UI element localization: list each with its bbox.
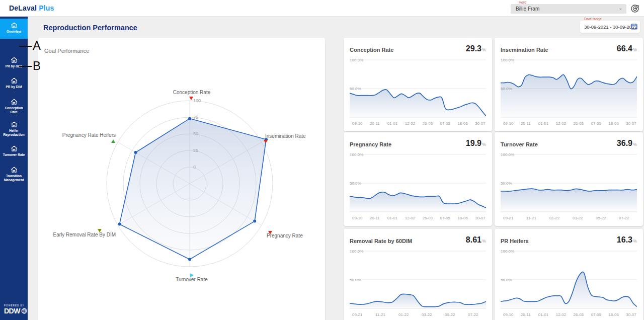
card-title: Turnover Rate	[501, 141, 538, 147]
svg-text:100.0%: 100.0%	[501, 249, 514, 254]
globe-icon	[21, 308, 27, 314]
sidebar-item-label: Transition Management	[0, 174, 28, 183]
delaval-plus-logo: DeLaval Plus	[9, 4, 54, 12]
svg-text:01-01: 01-01	[538, 121, 549, 126]
svg-text:09-10: 09-10	[352, 121, 363, 126]
svg-text:Turnover Rate: Turnover Rate	[176, 277, 208, 282]
herd-select[interactable]: Billie Fram ⌄	[511, 4, 626, 14]
top-bar: DeLaval Plus Herd Billie Fram ⌄	[0, 0, 644, 17]
sidebar-item-turnover-rate[interactable]: Turnover Rate	[0, 145, 28, 157]
annotation-b-letter: B	[33, 59, 41, 73]
value-number: 19.9	[466, 139, 481, 147]
value-unit: %	[482, 47, 486, 52]
svg-text:26-03: 26-03	[574, 312, 584, 317]
card-title: PR Heifers	[501, 238, 529, 244]
pregnancy-rate-card[interactable]: Pregnancy Rate 19.9% 100.0%50.0%09-1020-…	[344, 132, 492, 226]
value-number: 16.3	[617, 235, 632, 244]
svg-text:09-10: 09-10	[503, 312, 514, 317]
svg-text:07-05: 07-05	[591, 312, 602, 317]
sidebar-item-overview[interactable]: Overview	[0, 19, 28, 39]
value-unit: %	[482, 238, 486, 244]
annotation-a-line	[19, 46, 32, 47]
svg-text:07-05: 07-05	[440, 216, 451, 220]
chevron-down-icon: ⌄	[618, 6, 622, 11]
conception-rate-card[interactable]: Conception Rate 29.3% 100.0%50.0%09-1020…	[344, 38, 492, 131]
svg-text:20-11: 20-11	[521, 121, 531, 126]
sidebar-item-heifer-reproduction[interactable]: Heifer Reproduction	[0, 121, 28, 137]
svg-text:Conception Rate: Conception Rate	[173, 90, 211, 95]
svg-text:01-22: 01-22	[398, 312, 409, 317]
svg-text:03-22: 03-22	[573, 216, 583, 220]
pr-heifers-card[interactable]: PR Heifers 16.3% 100.0%50.0%09-1020-1101…	[495, 229, 643, 320]
svg-text:26-03: 26-03	[423, 216, 433, 220]
svg-text:30-07: 30-07	[475, 216, 486, 220]
value-unit: %	[633, 238, 637, 244]
svg-text:100.0%: 100.0%	[501, 58, 514, 62]
svg-text:01-01: 01-01	[538, 312, 549, 317]
svg-text:20-11: 20-11	[370, 216, 380, 220]
svg-text:50.0%: 50.0%	[501, 278, 512, 282]
removal-rate-60dim-card[interactable]: Removal Rate by 60DIM 8.61% 100.0%50.0%0…	[344, 229, 492, 320]
sidebar-item-label: PR by DIM	[0, 85, 28, 89]
insemination-rate-card[interactable]: Insemination Rate 66.4% 100.0%50.0%09-10…	[495, 38, 643, 131]
svg-text:01-01: 01-01	[387, 216, 398, 220]
card-value: 66.4%	[617, 44, 637, 53]
app-root: DeLaval Plus Herd Billie Fram ⌄ Overview…	[0, 0, 644, 320]
svg-text:Insemination Rate: Insemination Rate	[265, 133, 306, 139]
sidebar-item-label: Overview	[0, 30, 28, 34]
svg-text:20-11: 20-11	[370, 121, 380, 126]
pr-heifers-chart: 100.0%50.0%09-1020-1101-0112-0226-0307-0…	[501, 247, 637, 318]
sidebar-item-pr-by-dim[interactable]: PR by DIM	[0, 77, 28, 89]
svg-text:07-22: 07-22	[619, 216, 629, 220]
logo-primary: DeLaval	[9, 4, 37, 12]
svg-text:18-06: 18-06	[457, 216, 468, 220]
svg-text:100: 100	[193, 98, 201, 103]
svg-text:Pregnancy Rate: Pregnancy Rate	[267, 233, 303, 238]
value-unit: %	[482, 142, 486, 147]
svg-text:09-10: 09-10	[352, 216, 363, 220]
svg-text:Early Removal Rate By DIM: Early Removal Rate By DIM	[53, 232, 116, 237]
calendar-icon[interactable]	[631, 23, 637, 30]
turnover-rate-card[interactable]: Turnover Rate 36.9% 100.0%50.0%09-2111-2…	[495, 132, 643, 226]
card-title: Insemination Rate	[501, 47, 548, 53]
date-range-input[interactable]: 30-09-2021 - 30-09-2022	[580, 21, 640, 33]
value-number: 8.61	[466, 235, 481, 244]
svg-text:30-07: 30-07	[626, 312, 636, 317]
logo-accent: Plus	[39, 4, 54, 12]
svg-text:05-22: 05-22	[596, 216, 606, 220]
home-icon	[11, 167, 18, 173]
svg-text:18-06: 18-06	[608, 121, 619, 126]
svg-text:30-07: 30-07	[475, 121, 486, 126]
value-number: 36.9	[617, 139, 632, 147]
removal-rate-60dim-chart: 100.0%50.0%09-2111-2101-2203-2205-2207-2…	[350, 247, 486, 318]
svg-text:100.0%: 100.0%	[350, 58, 363, 62]
sidebar: Overview PR by date PR by DIM Conception…	[0, 17, 28, 320]
svg-text:12-02: 12-02	[405, 216, 416, 220]
card-value: 16.3%	[617, 235, 637, 245]
herd-field-label: Herd	[519, 1, 526, 4]
svg-text:05-22: 05-22	[445, 312, 455, 317]
svg-text:09-21: 09-21	[503, 216, 514, 220]
svg-text:20-11: 20-11	[521, 312, 531, 317]
svg-text:50.0%: 50.0%	[501, 181, 512, 186]
value-unit: %	[633, 142, 637, 147]
sidebar-item-label: Heifer Reproduction	[0, 129, 28, 137]
svg-text:07-05: 07-05	[440, 121, 451, 126]
sidebar-item-transition-management[interactable]: Transition Management	[0, 167, 28, 183]
svg-text:30-07: 30-07	[626, 121, 636, 126]
sidebar-item-conception-rate[interactable]: Conception Rate	[0, 99, 28, 115]
svg-text:100.0%: 100.0%	[501, 152, 514, 157]
svg-text:18-06: 18-06	[608, 312, 619, 317]
value-number: 29.3	[466, 44, 481, 53]
sidebar-item-label: Turnover Rate	[0, 153, 28, 157]
value-number: 66.4	[617, 44, 632, 53]
home-icon	[11, 145, 18, 152]
goal-target-icon[interactable]	[630, 4, 640, 13]
home-icon	[11, 99, 18, 105]
sidebar-item-label: Conception Rate	[0, 106, 28, 115]
card-title: Removal Rate by 60DIM	[350, 238, 412, 244]
insemination-rate-chart: 100.0%50.0%09-1020-1101-0112-0226-0307-0…	[501, 56, 637, 127]
home-icon	[11, 121, 18, 128]
svg-text:01-01: 01-01	[387, 121, 398, 126]
conception-rate-chart: 100.0%50.0%09-1020-1101-0112-0226-0307-0…	[350, 56, 486, 127]
